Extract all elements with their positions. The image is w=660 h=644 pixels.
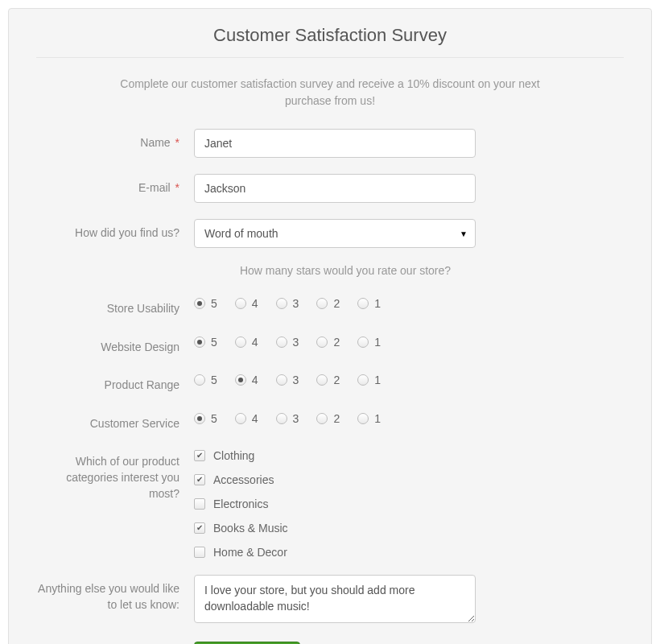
field-row-categories: Which of our product categories interest…	[33, 448, 627, 559]
radio-input[interactable]	[357, 336, 369, 348]
checkbox-input[interactable]	[194, 474, 205, 485]
radio-input[interactable]	[194, 298, 205, 309]
radio-input[interactable]	[357, 298, 369, 309]
radio-input[interactable]	[194, 413, 205, 424]
field-row-find-us: How did you find us? Word of mouth ▼	[33, 219, 627, 248]
radio-option[interactable]: 1	[357, 412, 381, 425]
radio-input[interactable]	[276, 336, 287, 348]
radio-input[interactable]	[235, 298, 246, 309]
rating-options: 54321	[194, 333, 381, 349]
required-marker: *	[172, 181, 179, 194]
radio-option[interactable]: 4	[235, 374, 258, 386]
radio-option[interactable]: 5	[194, 297, 217, 310]
rating-header: How many stars would you rate our store?	[33, 264, 627, 277]
rating-row: Website Design54321	[33, 333, 627, 356]
rating-label: Product Range	[33, 371, 194, 394]
find-us-label: How did you find us?	[33, 219, 194, 242]
radio-input[interactable]	[316, 298, 328, 309]
email-label: E-mail *	[33, 174, 194, 196]
find-us-select[interactable]: Word of mouth	[194, 219, 476, 248]
radio-option[interactable]: 3	[276, 336, 299, 349]
rating-row: Store Usability54321	[33, 295, 627, 317]
radio-option[interactable]: 2	[316, 412, 340, 425]
radio-label: 1	[374, 336, 381, 349]
radio-label: 2	[333, 412, 340, 425]
radio-label: 2	[333, 297, 340, 310]
survey-card: Customer Satisfaction Survey Complete ou…	[8, 8, 652, 644]
checkbox-label: Accessories	[213, 473, 274, 486]
radio-label: 3	[293, 336, 299, 349]
radio-option[interactable]: 5	[194, 412, 217, 425]
radio-input[interactable]	[194, 374, 205, 386]
radio-option[interactable]: 3	[276, 374, 299, 386]
field-row-comments: Anything else you would like to let us k…	[33, 575, 627, 625]
checkbox-input[interactable]	[194, 522, 205, 534]
radio-input[interactable]	[276, 374, 287, 386]
checkbox-input[interactable]	[194, 547, 205, 558]
checkbox-label: Home & Decor	[213, 546, 287, 559]
radio-input[interactable]	[276, 413, 287, 424]
rating-options: 54321	[194, 410, 381, 425]
radio-label: 4	[252, 374, 258, 386]
radio-option[interactable]: 2	[316, 374, 340, 386]
radio-label: 1	[374, 412, 381, 425]
radio-input[interactable]	[235, 336, 246, 348]
checkbox-label: Books & Music	[213, 522, 288, 535]
name-label-text: Name	[140, 136, 170, 149]
radio-option[interactable]: 2	[316, 336, 340, 349]
radio-input[interactable]	[316, 374, 328, 386]
rating-row: Product Range54321	[33, 371, 627, 394]
radio-option[interactable]: 1	[357, 374, 381, 386]
checkbox-option[interactable]: Books & Music	[194, 522, 476, 535]
radio-option[interactable]: 4	[235, 412, 258, 425]
radio-input[interactable]	[316, 336, 328, 348]
radio-option[interactable]: 5	[194, 374, 217, 386]
radio-label: 3	[293, 412, 299, 425]
radio-option[interactable]: 3	[276, 412, 299, 425]
radio-option[interactable]: 1	[357, 297, 381, 310]
email-label-text: E-mail	[138, 181, 171, 194]
checkbox-option[interactable]: Clothing	[194, 449, 476, 462]
radio-input[interactable]	[276, 298, 287, 309]
comments-label: Anything else you would like to let us k…	[33, 575, 194, 613]
radio-input[interactable]	[316, 413, 328, 424]
radio-input[interactable]	[194, 336, 205, 348]
radio-option[interactable]: 5	[194, 336, 217, 349]
radio-option[interactable]: 3	[276, 297, 299, 310]
radio-label: 3	[293, 297, 299, 310]
radio-input[interactable]	[235, 374, 246, 386]
radio-option[interactable]: 1	[357, 336, 381, 349]
rating-options: 54321	[194, 295, 381, 310]
checkbox-option[interactable]: Electronics	[194, 497, 476, 510]
name-input[interactable]	[194, 129, 476, 158]
rating-label: Customer Service	[33, 410, 194, 432]
checkbox-input[interactable]	[194, 450, 205, 461]
page-title: Customer Satisfaction Survey	[36, 25, 624, 58]
radio-input[interactable]	[235, 413, 246, 424]
checkbox-label: Clothing	[213, 449, 254, 462]
comments-textarea[interactable]: I love your store, but you should add mo…	[194, 575, 476, 622]
field-row-email: E-mail *	[33, 174, 627, 203]
rating-label: Store Usability	[33, 295, 194, 317]
radio-option[interactable]: 4	[235, 336, 258, 349]
radio-label: 5	[211, 374, 217, 386]
email-input[interactable]	[194, 174, 476, 203]
checkbox-option[interactable]: Accessories	[194, 473, 476, 486]
radio-label: 4	[252, 412, 258, 425]
radio-option[interactable]: 4	[235, 297, 258, 310]
required-marker: *	[172, 136, 179, 149]
field-row-name: Name *	[33, 129, 627, 158]
checkbox-input[interactable]	[194, 498, 205, 510]
radio-label: 4	[252, 336, 258, 349]
name-label: Name *	[33, 129, 194, 151]
checkbox-option[interactable]: Home & Decor	[194, 546, 476, 559]
radio-label: 1	[374, 297, 381, 310]
radio-option[interactable]: 2	[316, 297, 340, 310]
radio-label: 2	[333, 336, 340, 349]
submit-button[interactable]: Submit Survey	[194, 642, 300, 644]
radio-input[interactable]	[357, 413, 369, 424]
radio-input[interactable]	[357, 374, 369, 386]
radio-label: 5	[211, 336, 217, 349]
radio-label: 5	[211, 412, 217, 425]
radio-label: 1	[374, 374, 381, 386]
